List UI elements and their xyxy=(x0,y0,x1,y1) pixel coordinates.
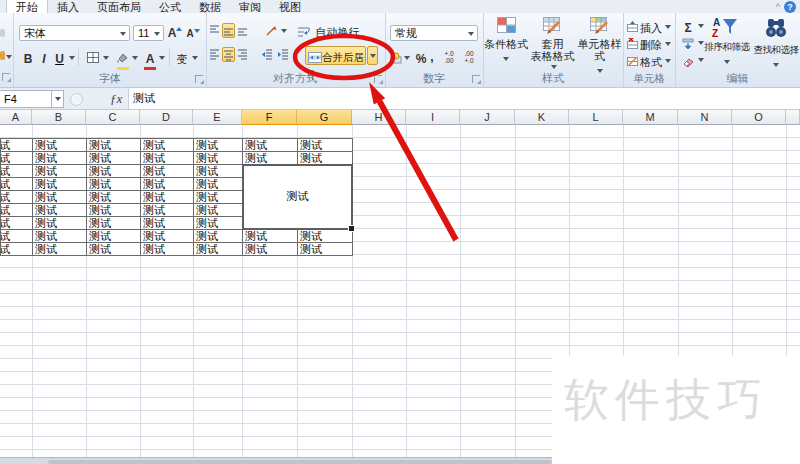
tab-公式[interactable]: 公式 xyxy=(150,0,190,13)
font-color-button[interactable]: A xyxy=(142,49,158,66)
cell-C9[interactable]: 测试 xyxy=(86,229,141,243)
fill-color-dropdown-icon[interactable] xyxy=(132,56,138,63)
alignment-dialog-launcher[interactable] xyxy=(374,75,382,83)
column-header-M[interactable]: M xyxy=(623,110,678,125)
formula-input[interactable]: 测试 xyxy=(128,88,800,109)
cell-B5[interactable]: 测试 xyxy=(32,177,87,191)
underline-button[interactable]: U xyxy=(53,49,66,66)
cell-C7[interactable]: 测试 xyxy=(86,203,141,217)
name-box-dropdown[interactable] xyxy=(51,90,64,108)
cell-A5[interactable]: 测试 xyxy=(0,177,33,191)
decrease-decimal-button[interactable]: .00+.0 xyxy=(461,50,477,65)
cell-C10[interactable]: 测试 xyxy=(86,242,141,256)
cell-E5[interactable]: 测试 xyxy=(193,177,243,191)
autosum-button[interactable]: Σ xyxy=(681,18,695,33)
decrease-indent-button[interactable] xyxy=(260,47,274,62)
cell-D10[interactable]: 测试 xyxy=(140,242,194,256)
tab-视图[interactable]: 视图 xyxy=(270,0,310,13)
fill-button[interactable] xyxy=(681,36,695,50)
column-header-F[interactable]: F xyxy=(242,110,297,125)
cell-D4[interactable]: 测试 xyxy=(140,164,194,178)
cell-C8[interactable]: 测试 xyxy=(86,216,141,230)
accounting-format-button[interactable] xyxy=(389,50,403,65)
clipboard-dialog-launcher[interactable] xyxy=(2,73,10,81)
shrink-font-button[interactable]: A xyxy=(185,23,201,39)
cell-E6[interactable]: 测试 xyxy=(193,190,243,204)
cell-A6[interactable]: 测试 xyxy=(0,190,33,204)
find-select-button[interactable]: 查找和选择 xyxy=(753,17,799,74)
align-right-button[interactable] xyxy=(236,47,249,62)
cell-E7[interactable]: 测试 xyxy=(193,203,243,217)
font-color-dropdown-icon[interactable] xyxy=(159,56,165,63)
cell-B6[interactable]: 测试 xyxy=(32,190,87,204)
number-dialog-launcher[interactable] xyxy=(472,75,480,83)
column-header-partial[interactable] xyxy=(786,110,800,125)
cell-G9[interactable]: 测试 xyxy=(297,229,353,243)
italic-button[interactable]: I xyxy=(38,49,50,66)
align-center-button[interactable] xyxy=(222,47,235,62)
cell-A2[interactable]: 测试 xyxy=(0,138,33,152)
cell-B7[interactable]: 测试 xyxy=(32,203,87,217)
cell-B9[interactable]: 测试 xyxy=(32,229,87,243)
cell-A4[interactable]: 测试 xyxy=(0,164,33,178)
borders-dropdown-icon[interactable] xyxy=(103,56,109,63)
cell-B2[interactable]: 测试 xyxy=(32,138,87,152)
cell-D3[interactable]: 测试 xyxy=(140,151,194,165)
merge-center-button[interactable]: 合并后居中 xyxy=(305,46,366,65)
cell-D9[interactable]: 测试 xyxy=(140,229,194,243)
cell-F2[interactable]: 测试 xyxy=(242,138,298,152)
column-header-H[interactable]: H xyxy=(352,110,406,125)
cell-F3[interactable]: 测试 xyxy=(242,151,298,165)
percent-button[interactable]: % xyxy=(414,49,428,65)
tab-开始[interactable]: 开始 xyxy=(6,0,48,13)
clear-button[interactable] xyxy=(681,54,695,67)
cell-E10[interactable]: 测试 xyxy=(193,242,243,256)
fill-color-button[interactable] xyxy=(114,49,131,66)
align-top-button[interactable] xyxy=(208,23,221,38)
cell-C3[interactable]: 测试 xyxy=(86,151,141,165)
cell-G10[interactable]: 测试 xyxy=(297,242,353,256)
column-header-C[interactable]: C xyxy=(86,110,140,125)
format-cells-button[interactable]: 格式 xyxy=(623,54,675,69)
merged-cell-selection[interactable]: 测试 xyxy=(242,164,353,230)
formula-bar-button[interactable] xyxy=(70,93,83,106)
column-header-K[interactable]: K xyxy=(515,110,569,125)
tab-插入[interactable]: 插入 xyxy=(48,0,88,13)
cell-C5[interactable]: 测试 xyxy=(86,177,141,191)
cell-A3[interactable]: 测试 xyxy=(0,151,33,165)
cell-D5[interactable]: 测试 xyxy=(140,177,194,191)
merge-center-dropdown[interactable] xyxy=(367,46,378,65)
cell-D7[interactable]: 测试 xyxy=(140,203,194,217)
column-header-B[interactable]: B xyxy=(32,110,86,125)
increase-indent-button[interactable] xyxy=(276,47,290,62)
cell-F10[interactable]: 测试 xyxy=(242,242,298,256)
cell-B3[interactable]: 测试 xyxy=(32,151,87,165)
cell-D2[interactable]: 测试 xyxy=(140,138,194,152)
conditional-format-button[interactable]: 条件格式 xyxy=(483,17,529,68)
fill-handle[interactable] xyxy=(348,225,355,232)
cell-E2[interactable]: 测试 xyxy=(193,138,243,152)
chevron-down-icon[interactable] xyxy=(154,32,160,39)
comma-button[interactable]: , xyxy=(428,47,436,63)
orientation-dropdown-icon[interactable] xyxy=(281,29,287,36)
column-header-O[interactable]: O xyxy=(732,110,786,125)
column-header-A[interactable]: A xyxy=(0,110,32,125)
font-name-combo[interactable]: 宋体 xyxy=(19,25,130,41)
cell-F9[interactable]: 测试 xyxy=(242,229,298,243)
cell-B10[interactable]: 测试 xyxy=(32,242,87,256)
tab-数据[interactable]: 数据 xyxy=(190,0,230,13)
cell-E8[interactable]: 测试 xyxy=(193,216,243,230)
phonetic-dropdown-icon[interactable] xyxy=(192,56,198,63)
align-bottom-button[interactable] xyxy=(236,23,249,38)
scrollbar-thumb[interactable] xyxy=(48,460,552,464)
cell-E3[interactable]: 测试 xyxy=(193,151,243,165)
cell-B8[interactable]: 测试 xyxy=(32,216,87,230)
collapse-ribbon-icon[interactable]: ^ xyxy=(776,2,780,12)
font-size-combo[interactable]: 11 xyxy=(133,25,164,41)
delete-cells-button[interactable]: 删除 xyxy=(623,37,675,52)
wrap-text-button[interactable]: 自动换行 xyxy=(297,22,381,39)
increase-decimal-button[interactable]: +.0.00 xyxy=(441,50,457,65)
align-middle-button[interactable] xyxy=(222,23,235,38)
format-as-table-button[interactable]: 套用 表格格式 xyxy=(529,17,576,74)
accounting-dropdown-icon[interactable] xyxy=(404,56,410,63)
